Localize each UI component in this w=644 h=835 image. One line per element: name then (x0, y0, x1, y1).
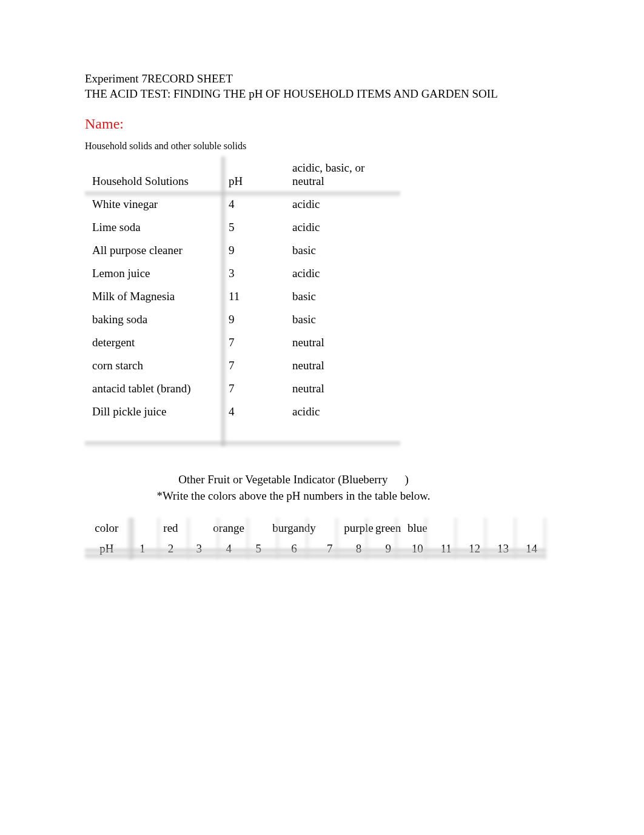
experiment-title-line1: Experiment 7RECORD SHEET (85, 72, 559, 87)
cell-solution-name: Dill pickle juice (85, 400, 221, 423)
cell-ph: 9 (221, 239, 285, 262)
color-cell: red (156, 518, 185, 538)
cell-classification: basic (285, 285, 400, 308)
cell-classification: acidic (285, 262, 400, 285)
cell-classification: basic (285, 308, 400, 331)
ph-table-block: colorredorangeburgandypurplegreenbluepH1… (85, 518, 546, 559)
indicator-section: Other Fruit or Vegetable Indicator (Blue… (99, 472, 488, 504)
cell-classification: neutral (285, 331, 400, 354)
ph-cell: 7 (316, 538, 344, 559)
table-row: Dill pickle juice4acidic (85, 400, 400, 423)
color-cell: burgandy (272, 518, 315, 538)
table-header-row: Household Solutions pH acidic, basic, or… (85, 156, 400, 193)
ph-color-row: colorredorangeburgandypurplegreenblue (85, 518, 546, 538)
ph-cell: 5 (244, 538, 272, 559)
table-row (85, 423, 400, 446)
ph-cell: 4 (213, 538, 244, 559)
cell-solution-name: All purpose cleaner (85, 239, 221, 262)
row-label-ph: pH (85, 538, 129, 559)
col-header-class: acidic, basic, or neutral (285, 156, 400, 193)
cell-classification (285, 423, 400, 446)
cell-solution-name: Milk of Magnesia (85, 285, 221, 308)
indicator-caption-value: Blueberry (341, 473, 387, 486)
indicator-caption-prefix: Other Fruit or Vegetable Indicator ( (178, 473, 341, 486)
ph-cell: 9 (374, 538, 403, 559)
ph-number-row: pH1234567891011121314 (85, 538, 546, 559)
table-row: White vinegar4acidic (85, 193, 400, 216)
cell-classification: basic (285, 239, 400, 262)
table-row: All purpose cleaner9basic (85, 239, 400, 262)
cell-solution-name: baking soda (85, 308, 221, 331)
cell-ph: 7 (221, 354, 285, 377)
table-row: detergent7neutral (85, 331, 400, 354)
ph-cell: 13 (489, 538, 517, 559)
color-cell: blue (403, 518, 432, 538)
section-subhead: Household solids and other soluble solid… (85, 141, 559, 152)
ph-cell: 1 (129, 538, 156, 559)
cell-ph: 4 (221, 193, 285, 216)
ph-cell: 3 (185, 538, 213, 559)
color-cell (185, 518, 213, 538)
cell-solution-name: detergent (85, 331, 221, 354)
name-label: Name: (85, 116, 559, 132)
cell-solution-name: White vinegar (85, 193, 221, 216)
table-row: baking soda9basic (85, 308, 400, 331)
cell-classification: acidic (285, 400, 400, 423)
table-row: Milk of Magnesia11basic (85, 285, 400, 308)
color-cell: orange (213, 518, 244, 538)
color-cell (244, 518, 272, 538)
table-row: corn starch7neutral (85, 354, 400, 377)
experiment-title-line2: THE ACID TEST: FINDING THE pH OF HOUSEHO… (85, 87, 559, 102)
ph-cell: 11 (432, 538, 460, 559)
color-cell (129, 518, 156, 538)
cell-solution-name: Lime soda (85, 216, 221, 239)
ph-cell: 14 (517, 538, 546, 559)
indicator-instruction: *Write the colors above the pH numbers i… (99, 488, 488, 505)
color-cell: green (374, 518, 403, 538)
cell-solution-name: Lemon juice (85, 262, 221, 285)
cell-classification: acidic (285, 216, 400, 239)
cell-classification: neutral (285, 354, 400, 377)
color-cell (460, 518, 489, 538)
cell-ph: 7 (221, 377, 285, 400)
row-label-color: color (85, 518, 129, 538)
cell-ph: 3 (221, 262, 285, 285)
cell-ph (221, 423, 285, 446)
indicator-caption-suffix: ) (404, 473, 408, 486)
col-header-solutions: Household Solutions (85, 156, 221, 193)
solutions-table: Household Solutions pH acidic, basic, or… (85, 156, 400, 446)
color-cell (316, 518, 344, 538)
ph-cell: 12 (460, 538, 489, 559)
solutions-table-block: Household Solutions pH acidic, basic, or… (85, 156, 400, 446)
cell-solution-name: antacid tablet (brand) (85, 377, 221, 400)
table-row: Lemon juice3acidic (85, 262, 400, 285)
cell-classification: neutral (285, 377, 400, 400)
ph-cell: 6 (272, 538, 315, 559)
table-row: Lime soda5acidic (85, 216, 400, 239)
ph-table: colorredorangeburgandypurplegreenbluepH1… (85, 518, 546, 559)
col-header-ph: pH (221, 156, 285, 193)
cell-ph: 9 (221, 308, 285, 331)
color-cell: purple (344, 518, 374, 538)
color-cell (489, 518, 517, 538)
cell-ph: 4 (221, 400, 285, 423)
cell-classification: acidic (285, 193, 400, 216)
table-row: antacid tablet (brand)7neutral (85, 377, 400, 400)
color-cell (517, 518, 546, 538)
cell-ph: 7 (221, 331, 285, 354)
cell-solution-name (85, 423, 221, 446)
ph-cell: 10 (403, 538, 432, 559)
cell-ph: 11 (221, 285, 285, 308)
cell-ph: 5 (221, 216, 285, 239)
ph-cell: 2 (156, 538, 185, 559)
cell-solution-name: corn starch (85, 354, 221, 377)
color-cell (432, 518, 460, 538)
ph-cell: 8 (344, 538, 374, 559)
